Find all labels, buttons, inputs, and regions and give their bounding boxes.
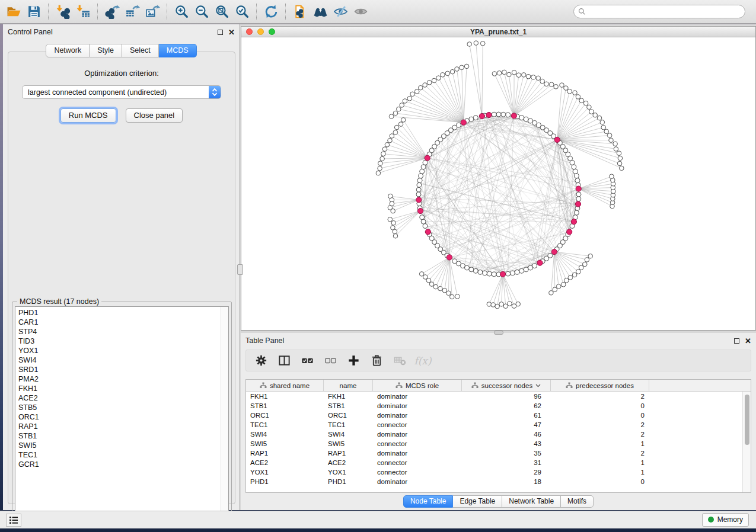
table-row[interactable]: SWI4SWI4dominator462 — [246, 430, 742, 439]
search-icon — [578, 8, 586, 15]
cell-name: SWI4 — [324, 430, 373, 439]
table-scrollbar[interactable] — [742, 392, 751, 492]
list-icon — [9, 516, 18, 524]
toolbar-separator — [167, 4, 167, 20]
tab-network-table[interactable]: Network Table — [502, 495, 561, 508]
column-header-predecessor-nodes[interactable]: predecessor nodes — [551, 380, 649, 391]
cell-predecessor-nodes: 2 — [551, 420, 649, 430]
search-box[interactable] — [573, 5, 745, 18]
cell-name: TEC1 — [324, 420, 373, 430]
tab-motifs[interactable]: Motifs — [561, 495, 594, 508]
table-toolbar: f(x) — [245, 350, 751, 371]
import-table-button[interactable] — [73, 2, 93, 21]
zoom-selected-button[interactable] — [232, 2, 252, 21]
clone-network-button[interactable] — [290, 2, 310, 21]
open-folder-button[interactable] — [4, 2, 24, 21]
undock-table-panel-icon[interactable] — [734, 338, 739, 344]
mcds-result-item[interactable]: ACE2 — [18, 393, 228, 403]
cell-successor-nodes: 35 — [462, 448, 551, 458]
column-layout-button[interactable] — [275, 352, 293, 370]
deselect-all-button[interactable] — [321, 352, 339, 370]
mcds-result-item[interactable]: SRD1 — [18, 365, 228, 374]
select-all-button[interactable] — [298, 352, 316, 370]
undock-panel-icon[interactable] — [218, 30, 223, 35]
zoom-in-button[interactable] — [171, 2, 192, 21]
select-all-icon — [301, 354, 314, 367]
mcds-result-list[interactable]: PHD1CAR1STP4TID3YOX1SWI4SRD1PMA2FKH1ACE2… — [15, 306, 229, 519]
add-column-button[interactable] — [344, 352, 362, 370]
optimization-criterion-label: Optimization criterion: — [8, 69, 235, 78]
tab-network[interactable]: Network — [46, 44, 90, 57]
table-row[interactable]: STB1STB1dominator620 — [246, 401, 742, 411]
mcds-result-item[interactable]: PHD1 — [18, 308, 228, 318]
show-panels-button[interactable] — [6, 514, 21, 527]
mcds-result-item[interactable]: ORC1 — [18, 412, 228, 422]
tab-mcds[interactable]: MCDS — [159, 44, 197, 57]
table-row[interactable]: YOX1YOX1connector291 — [246, 467, 742, 477]
binoculars-button[interactable] — [310, 2, 330, 21]
table-row[interactable]: ORC1ORC1dominator610 — [246, 411, 742, 420]
mcds-result-item[interactable]: CAR1 — [18, 318, 228, 327]
mcds-result-item[interactable]: SWI5 — [18, 441, 228, 450]
close-panel-button[interactable]: Close panel — [126, 108, 183, 123]
close-panel-icon[interactable]: ✕ — [228, 28, 235, 36]
tab-edge-table[interactable]: Edge Table — [453, 495, 502, 508]
mcds-result-item[interactable]: PMA2 — [18, 374, 228, 384]
table-row[interactable]: FKH1FKH1dominator962 — [246, 392, 742, 401]
zoom-out-button[interactable] — [192, 2, 212, 21]
column-header-shared-name[interactable]: shared name — [246, 380, 324, 391]
mcds-result-item[interactable]: STB5 — [18, 403, 228, 412]
mcds-result-groupbox: MCDS result (17 nodes) PHD1CAR1STP4TID3Y… — [12, 302, 232, 522]
delete-column-button[interactable] — [368, 352, 385, 370]
column-type-icon — [471, 382, 479, 389]
cell-shared-name: SWI5 — [246, 439, 324, 448]
export-image-button[interactable] — [142, 2, 162, 21]
panel-splitter-handle[interactable] — [237, 264, 243, 275]
mcds-result-item[interactable]: TEC1 — [18, 450, 228, 460]
refresh-button[interactable] — [261, 2, 281, 21]
cell-successor-nodes: 61 — [462, 411, 551, 420]
mcds-result-item[interactable]: SWI4 — [18, 355, 228, 365]
run-mcds-button[interactable]: Run MCDS — [60, 108, 116, 123]
save-button[interactable] — [24, 2, 44, 21]
mcds-result-item[interactable]: STP4 — [18, 327, 228, 336]
tab-node-table[interactable]: Node Table — [403, 495, 454, 508]
table-row[interactable]: ACE2ACE2connector311 — [246, 458, 742, 467]
import-network-button[interactable] — [53, 2, 73, 21]
table-panel-title: Table Panel — [245, 336, 284, 345]
close-table-panel-icon[interactable]: ✕ — [745, 337, 751, 345]
memory-button[interactable]: Memory — [702, 513, 749, 527]
tab-style[interactable]: Style — [90, 44, 122, 57]
column-header-name[interactable]: name — [324, 380, 373, 391]
table-row[interactable]: RAP1RAP1dominator352 — [246, 448, 742, 458]
tab-select[interactable]: Select — [122, 44, 159, 57]
table-scrollbar-thumb[interactable] — [745, 395, 749, 445]
column-header-successor-nodes[interactable]: successor nodes — [462, 380, 551, 391]
cell-MCDS-role: connector — [373, 420, 462, 430]
table-panel-splitter-handle[interactable] — [494, 331, 503, 335]
show-panel-eye-button[interactable] — [350, 2, 371, 21]
column-header-MCDS-role[interactable]: MCDS role — [373, 380, 462, 391]
mcds-result-item[interactable]: TID3 — [18, 336, 228, 346]
mcds-result-item[interactable]: FKH1 — [18, 384, 228, 393]
table-row[interactable]: TEC1TEC1connector472 — [246, 420, 742, 430]
table-row[interactable]: PHD1PHD1dominator180 — [246, 477, 742, 486]
column-header-filler — [649, 380, 751, 391]
mcds-result-item[interactable]: GCR1 — [18, 460, 228, 469]
mcds-result-item[interactable]: RAP1 — [18, 422, 228, 431]
export-network-button[interactable] — [102, 2, 122, 21]
sort-chevron-icon — [535, 384, 541, 387]
export-table-button[interactable] — [122, 2, 142, 21]
optimization-criterion-select[interactable]: largest connected component (undirected) — [22, 85, 221, 99]
zoom-fit-button[interactable] — [212, 2, 232, 21]
network-window-titlebar[interactable]: YPA_prune.txt_1 — [241, 27, 755, 37]
mcds-result-item[interactable]: STB1 — [18, 431, 228, 441]
mcds-list-scrollbar[interactable] — [221, 307, 228, 518]
search-input[interactable] — [586, 6, 745, 17]
table-row[interactable]: SWI5SWI5connector431 — [246, 439, 742, 448]
mcds-result-item[interactable]: YOX1 — [18, 346, 228, 355]
network-canvas[interactable] — [241, 37, 755, 330]
hide-panel-eye-button[interactable] — [330, 2, 350, 21]
cell-MCDS-role: dominator — [373, 448, 462, 458]
settings-gear-button[interactable] — [252, 352, 270, 370]
